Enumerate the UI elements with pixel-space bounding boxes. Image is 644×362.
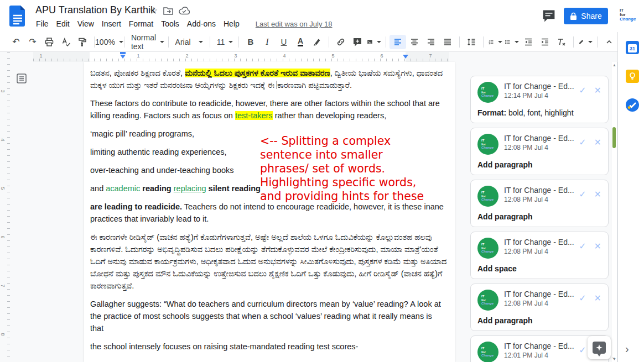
docs-logo-icon[interactable] <box>9 6 26 27</box>
reject-suggestion-icon[interactable]: ✕ <box>594 138 601 147</box>
menu-help[interactable]: Help <box>220 18 243 29</box>
suggestion-card[interactable]: ITforChangeIT for Change - Ed...12:08 PM… <box>470 232 609 279</box>
reject-suggestion-icon[interactable]: ✕ <box>594 242 601 251</box>
scrollbar-thumb[interactable] <box>612 127 616 148</box>
styles-select[interactable]: Normal text <box>128 35 165 49</box>
right-indent-marker[interactable] <box>403 55 408 59</box>
menu-edit[interactable]: Edit <box>53 18 74 29</box>
menu-view[interactable]: View <box>74 18 98 29</box>
last-edit-link[interactable]: Last edit was on July 18 <box>256 18 333 29</box>
suggestion-card-header: ITforChangeIT for Change - Ed...12:01 PM… <box>477 342 601 362</box>
italic-button[interactable]: I <box>259 35 276 49</box>
account-avatar[interactable]: IT for Change <box>620 8 636 22</box>
suggestion-actions: ✓✕ <box>579 242 601 251</box>
hide-side-panel-chevron[interactable]: › <box>625 343 629 355</box>
vertical-scrollbar[interactable]: ▲ ▼ <box>611 62 617 362</box>
text-run: ಕಾರಣವಾಗಿ ಪಟ್ಟಿಮಾಡುತ್ತಾರೆ. <box>277 81 352 90</box>
share-label: Share <box>581 12 601 20</box>
suggestion-card[interactable]: ITforChangeIT for Change - Ed...12:08 PM… <box>470 180 609 227</box>
editing-mode-button[interactable] <box>577 35 594 49</box>
bulleted-list-button[interactable] <box>503 35 520 49</box>
star-icon[interactable]: ☆ <box>149 6 158 15</box>
explore-star-icon <box>593 342 606 354</box>
menu-format[interactable]: Format <box>125 18 157 29</box>
font-size-select[interactable]: 11 <box>214 35 235 49</box>
align-justify-button[interactable] <box>439 35 456 49</box>
calendar-icon[interactable]: 31 <box>626 41 639 54</box>
suggestion-card[interactable]: ITforChangeIT for Change - Ed...12:08 PM… <box>470 284 609 331</box>
print-button[interactable] <box>41 35 58 49</box>
comment-timestamp: 12:08 PM Jul 4 <box>504 144 579 151</box>
document-title[interactable]: APU Translation By Karthik <box>35 4 155 16</box>
avatar: ITforChange <box>477 134 498 155</box>
insert-link-button[interactable] <box>333 35 349 49</box>
accept-suggestion-icon[interactable]: ✓ <box>579 346 586 355</box>
menu-file[interactable]: File <box>32 18 53 29</box>
menu-insert[interactable]: Insert <box>98 18 125 29</box>
accept-suggestion-icon[interactable]: ✓ <box>579 86 586 95</box>
chevron-down-icon <box>160 41 164 43</box>
comment-author: IT for Change - Ed... <box>504 186 579 195</box>
clear-formatting-button[interactable] <box>553 35 570 49</box>
suggestion-card[interactable]: ITforChangeIT for Change - Ed...12:08 PM… <box>470 128 609 175</box>
text-run: reading <box>142 184 171 193</box>
text-run: academic <box>106 184 140 193</box>
comment-author: IT for Change - Ed... <box>504 342 579 350</box>
open-comments-icon[interactable] <box>542 9 556 23</box>
line-spacing-button[interactable] <box>463 35 480 49</box>
suggestion-card[interactable]: ITforChangeIT for Change - Ed...12:14 PM… <box>470 76 609 123</box>
document-page[interactable]: ಬಡತನ, ಪೋಷಕರ ಶಿಕ್ಷಣದ ಕೊರತೆ, ಮನೆಯಲ್ಲಿ ಓದಲು… <box>84 62 455 362</box>
accept-suggestion-icon[interactable]: ✓ <box>579 242 586 251</box>
font-select[interactable]: Arial <box>172 35 206 49</box>
chevron-down-icon <box>377 41 381 43</box>
paint-format-button[interactable] <box>74 35 91 49</box>
numbered-list-button[interactable] <box>487 35 503 49</box>
menu-tools[interactable]: Tools <box>157 18 183 29</box>
reject-suggestion-icon[interactable]: ✕ <box>594 86 601 95</box>
accept-suggestion-icon[interactable]: ✓ <box>579 294 586 303</box>
reject-suggestion-icon[interactable]: ✕ <box>594 190 601 199</box>
undo-button[interactable]: ↶ <box>8 35 24 49</box>
bold-button[interactable]: B <box>242 35 259 49</box>
move-folder-icon[interactable] <box>163 7 173 15</box>
add-comment-button[interactable] <box>349 35 366 49</box>
comment-author-block: IT for Change - Ed...12:08 PM Jul 4 <box>504 134 579 151</box>
accept-suggestion-icon[interactable]: ✓ <box>579 138 586 147</box>
share-button[interactable]: Share <box>564 8 608 24</box>
toolbar-separator <box>573 36 574 48</box>
zoom-select[interactable]: 100% <box>98 35 121 49</box>
underline-button[interactable]: U <box>276 35 292 49</box>
comment-author: IT for Change - Ed... <box>504 238 579 246</box>
ruler-number: 5 <box>331 53 334 59</box>
collapse-toolbar-button[interactable] <box>601 35 617 49</box>
keep-icon[interactable] <box>626 70 639 83</box>
reject-suggestion-icon[interactable]: ✕ <box>594 294 601 303</box>
first-line-indent-marker[interactable] <box>120 52 126 54</box>
highlight-color-button[interactable] <box>309 35 325 49</box>
explore-button[interactable] <box>588 336 611 359</box>
align-right-button[interactable] <box>423 35 439 49</box>
menu-addons[interactable]: Add-ons <box>183 18 220 29</box>
tasks-icon[interactable] <box>626 98 639 112</box>
spellcheck-button[interactable] <box>58 35 74 49</box>
text-run: limiting authentic reading experiences, <box>90 148 227 156</box>
insert-image-button[interactable] <box>366 35 382 49</box>
left-indent-marker[interactable] <box>120 55 126 59</box>
comment-timestamp: 12:14 PM Jul 4 <box>504 92 579 99</box>
cloud-status-icon[interactable] <box>179 7 190 15</box>
accept-suggestion-icon[interactable]: ✓ <box>579 190 586 199</box>
comment-author-block: IT for Change - Ed...12:14 PM Jul 4 <box>504 82 579 99</box>
align-left-button[interactable] <box>389 35 406 49</box>
side-panel-strip: 31 <box>617 32 644 362</box>
text-color-button[interactable]: A <box>292 35 309 49</box>
decrease-indent-button[interactable] <box>520 35 537 49</box>
increase-indent-button[interactable] <box>537 35 553 49</box>
ruler-number: 1 <box>39 53 42 59</box>
font-value: Arial <box>175 38 191 46</box>
show-outline-button[interactable] <box>15 72 28 85</box>
scroll-up-icon[interactable]: ▲ <box>612 63 616 67</box>
align-center-button[interactable] <box>406 35 423 49</box>
comment-timestamp: 12:01 PM Jul 4 <box>504 351 579 359</box>
suggestion-text: Add paragraph <box>477 160 601 169</box>
redo-button[interactable]: ↷ <box>24 35 41 49</box>
